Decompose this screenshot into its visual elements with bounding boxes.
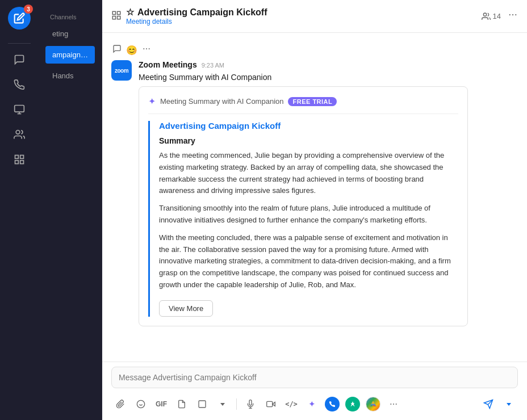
screenshot-dropdown-icon[interactable] <box>214 395 232 413</box>
more-message-options-icon[interactable] <box>142 44 151 56</box>
zoom-avatar-text: zoom <box>115 68 128 74</box>
sidebar-item-contacts[interactable] <box>6 123 33 146</box>
star-icon[interactable]: ☆ <box>126 7 134 18</box>
channel-list: Channels eting ampaign Kickoff Hands <box>39 0 102 420</box>
zoom-phone-circle <box>325 397 340 411</box>
svg-point-16 <box>143 48 144 49</box>
svg-point-15 <box>515 14 516 15</box>
summary-paragraph-3: With the meeting concluded, there was a … <box>159 232 458 291</box>
message-meta: Zoom Meetings 9:23 AM <box>139 60 518 69</box>
svg-marker-34 <box>507 403 511 406</box>
toolbar-separator-1 <box>236 398 237 410</box>
code-icon[interactable]: </> <box>282 395 300 413</box>
svg-rect-11 <box>112 16 115 19</box>
message-title: Meeting Summary with AI Companion <box>139 73 518 82</box>
zoom-avatar: zoom <box>111 60 132 81</box>
sidebar: 3 <box>0 0 39 420</box>
sidebar-item-chat[interactable] <box>6 48 33 71</box>
svg-rect-22 <box>199 401 206 408</box>
channel-title: ☆ Advertising Campaign Kickoff <box>126 7 267 18</box>
google-icon-circle <box>366 397 380 411</box>
sidebar-item-phone[interactable] <box>6 73 33 96</box>
channel-section: Channels eting ampaign Kickoff Hands <box>39 0 102 420</box>
view-more-button[interactable]: View More <box>159 300 213 317</box>
message-area[interactable]: 😊 zoom Zoom Meetings 9:23 AM Meeting Sum… <box>102 33 527 362</box>
channel-item-meeting[interactable]: eting <box>45 25 95 43</box>
header-right: 14 <box>482 10 518 23</box>
message-toolbar: 😊 <box>111 42 518 60</box>
ai-summary-label: Meeting Summary with AI Companion <box>160 97 283 106</box>
emoji-reaction-icon[interactable]: 😊 <box>126 45 137 56</box>
participants-count[interactable]: 14 <box>482 12 501 21</box>
summary-paragraph-2: Transitioning smoothly into the realm of… <box>159 203 458 226</box>
summary-section-title: Summary <box>159 136 458 145</box>
svg-point-14 <box>512 14 513 15</box>
more-tools-icon[interactable] <box>384 395 403 413</box>
svg-rect-9 <box>118 11 120 14</box>
header-left: ☆ Advertising Campaign Kickoff Meeting d… <box>111 7 267 26</box>
free-trial-badge[interactable]: FREE TRIAL <box>288 97 337 106</box>
channel-name: Advertising Campaign Kickoff <box>137 7 267 18</box>
svg-point-31 <box>396 404 397 405</box>
ai-compose-icon[interactable]: ✦ <box>303 395 321 413</box>
svg-point-19 <box>137 400 144 408</box>
zoom-apps-icon[interactable] <box>344 395 362 413</box>
svg-point-3 <box>16 131 20 135</box>
svg-rect-8 <box>112 11 115 14</box>
ai-summary-card: ✦ Meeting Summary with AI Companion FREE… <box>139 86 468 326</box>
svg-point-29 <box>390 404 391 405</box>
file-icon[interactable] <box>173 395 191 413</box>
audio-icon[interactable] <box>241 395 260 413</box>
send-button[interactable] <box>479 395 497 413</box>
message-input-area: GIF <box>102 362 527 420</box>
svg-rect-10 <box>118 16 120 19</box>
google-drive-icon[interactable] <box>364 395 382 413</box>
channel-item-campaign-kickoff[interactable]: ampaign Kickoff <box>45 46 95 64</box>
gif-button[interactable]: GIF <box>152 398 170 410</box>
svg-marker-26 <box>273 402 275 406</box>
sidebar-divider <box>8 43 31 44</box>
input-toolbar: GIF <box>111 393 518 415</box>
participants-number: 14 <box>493 12 501 20</box>
svg-rect-4 <box>15 156 19 159</box>
summary-paragraph-1: As the meeting commenced, Julie began by… <box>159 150 458 197</box>
channel-grid-icon <box>111 10 122 23</box>
sidebar-nav <box>0 48 39 413</box>
sidebar-item-meetings[interactable] <box>6 98 33 121</box>
svg-point-30 <box>393 404 394 405</box>
svg-point-13 <box>509 14 511 15</box>
svg-point-18 <box>149 48 150 49</box>
message-sender: Zoom Meetings <box>139 60 197 69</box>
svg-point-12 <box>483 13 486 16</box>
svg-rect-7 <box>15 161 19 164</box>
emoji-icon[interactable] <box>132 395 150 413</box>
channel-item-hands[interactable]: Hands <box>45 67 95 85</box>
input-toolbar-right <box>479 395 518 413</box>
svg-rect-6 <box>20 161 24 164</box>
notification-badge: 3 <box>24 5 33 14</box>
attach-icon[interactable] <box>111 395 129 413</box>
send-dropdown-icon[interactable] <box>500 395 518 413</box>
screenshot-icon[interactable] <box>193 395 211 413</box>
ai-summary-header: ✦ Meeting Summary with AI Companion FREE… <box>148 96 458 114</box>
video-icon[interactable] <box>262 395 280 413</box>
svg-rect-0 <box>15 106 24 112</box>
svg-marker-28 <box>351 401 355 407</box>
channel-section-label: Channels <box>43 9 97 23</box>
svg-point-17 <box>146 48 147 49</box>
message-content: Zoom Meetings 9:23 AM Meeting Summary wi… <box>139 60 518 326</box>
message-time: 9:23 AM <box>202 62 224 69</box>
sidebar-item-apps[interactable] <box>6 148 33 171</box>
comment-icon[interactable] <box>112 44 122 56</box>
summary-body: Advertising Campaign Kickoff Summary As … <box>148 121 458 317</box>
main-content: ☆ Advertising Campaign Kickoff Meeting d… <box>102 0 527 420</box>
message-input[interactable] <box>111 367 518 388</box>
header-title-group: ☆ Advertising Campaign Kickoff Meeting d… <box>126 7 267 26</box>
svg-rect-5 <box>20 156 24 159</box>
more-options-icon[interactable] <box>508 10 518 23</box>
meeting-details-link[interactable]: Meeting details <box>126 18 267 26</box>
chat-header: ☆ Advertising Campaign Kickoff Meeting d… <box>102 0 527 33</box>
svg-rect-27 <box>267 401 273 406</box>
summary-meeting-title[interactable]: Advertising Campaign Kickoff <box>159 121 458 131</box>
zoom-phone-icon[interactable] <box>323 395 341 413</box>
